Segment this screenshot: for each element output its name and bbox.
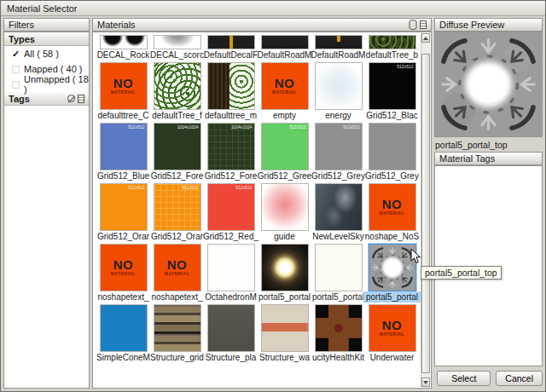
material-label: defaulttree_C (95, 110, 152, 121)
material-thumbnail (315, 35, 363, 49)
material-tile[interactable]: portal5_portal (365, 244, 419, 303)
cancel-button[interactable]: Cancel (496, 371, 543, 386)
filters-header-label: Filters (9, 20, 34, 30)
material-tags-label: Material Tags (439, 153, 495, 164)
material-thumbnail: 1024x1024 (207, 123, 255, 170)
material-tile[interactable]: 512x512 Grid512_Gree (258, 123, 311, 182)
material-tile[interactable]: DefaultRoadM (258, 35, 311, 61)
material-resolution-badge: 512x512 (128, 124, 144, 130)
material-thumbnail (261, 35, 309, 49)
material-thumbnail (207, 35, 255, 49)
material-tile[interactable]: energy (311, 62, 365, 121)
material-tile[interactable]: DefaultDecalF (204, 35, 258, 61)
material-thumbnail: NOMATERIAL (154, 244, 201, 291)
scroll-down-button[interactable] (421, 378, 430, 387)
filters-panel: Filters Types ✓ All ( 58 ) Mapped ( 40 )… (3, 18, 90, 389)
material-thumbnail (369, 244, 416, 291)
material-tile[interactable]: NOMATERIAL Underwater (365, 304, 419, 363)
no-tag-icon[interactable] (67, 95, 75, 102)
material-list-icon[interactable] (420, 20, 427, 29)
material-tile[interactable]: 512x512 Grid512_Grey (311, 123, 365, 182)
material-thumbnail: NOMATERIAL (369, 304, 416, 352)
material-tile[interactable]: 512x512 Grid512_Red_ (204, 183, 258, 242)
scroll-thumb[interactable] (421, 54, 430, 373)
materials-header-label: Materials (97, 20, 136, 30)
material-tile[interactable]: NOMATERIAL noshapetext_ (150, 244, 204, 303)
filter-type-item[interactable]: Unmapped ( 18 ) (4, 77, 89, 92)
material-tile[interactable]: SimpleConeM (96, 304, 150, 363)
material-tile[interactable]: 512x512 Grid512_Blac (365, 62, 419, 121)
material-tile[interactable]: DECAL_scorc (150, 35, 204, 61)
material-tile[interactable]: Grid512_Grey (365, 123, 419, 182)
material-label: SimpleConeM (95, 352, 152, 363)
material-tile[interactable]: portal5_portal (258, 244, 311, 303)
filters-body: Types ✓ All ( 58 ) Mapped ( 40 ) Unmappe… (3, 32, 90, 389)
tag-list-icon[interactable] (78, 95, 84, 103)
material-thumbnail (154, 304, 201, 352)
material-tile[interactable]: DefaultRoadM (311, 35, 365, 61)
material-resolution-badge: 512x512 (182, 185, 198, 190)
scroll-up-button[interactable] (421, 33, 430, 43)
material-label: DefaultRoadM (256, 49, 313, 61)
material-tile[interactable]: NOMATERIAL noshape_NoS (365, 183, 419, 242)
portal-art (369, 245, 415, 291)
material-db-icon[interactable] (409, 20, 417, 30)
filter-type-item[interactable]: ✓ All ( 58 ) (4, 46, 89, 61)
select-button[interactable]: Select (437, 371, 491, 386)
material-tile[interactable]: NOMATERIAL noshapetext_ (96, 244, 150, 303)
material-thumbnail: NOMATERIAL (369, 183, 416, 231)
material-tile[interactable]: 512x512 Grid512_Orar (150, 183, 204, 242)
material-thumbnail (261, 183, 309, 231)
material-thumbnail: 512x512 (207, 183, 255, 231)
materials-body: DECAL_Rock DECAL_scorc DefaultDecalF Def… (92, 32, 432, 389)
material-label: Grid512_Orar (148, 231, 206, 242)
material-tags-header: Material Tags (434, 152, 543, 165)
material-label: DECAL_Rock (95, 49, 152, 61)
types-header-label: Types (9, 34, 35, 44)
material-label: portal5_portal (310, 291, 367, 303)
material-label: NewLevelSky (310, 231, 367, 242)
material-label: portal5_portal (256, 291, 313, 303)
material-resolution-badge: 512x512 (289, 124, 305, 130)
materials-header: Materials (92, 18, 432, 32)
dialog-buttons: Select Cancel (434, 370, 543, 387)
titlebar[interactable]: Material Selector (1, 1, 545, 16)
selected-material-name: portal5_portal_top (435, 139, 543, 151)
material-tile[interactable]: 512x512 Grid512_Orar (96, 183, 150, 242)
material-tile[interactable]: Structure_grid (150, 304, 204, 363)
material-thumbnail (154, 62, 201, 110)
material-tile[interactable]: 1024x1024 Grid512_Fore (204, 123, 258, 182)
material-tile[interactable]: DECAL_Rock (96, 35, 150, 61)
filter-type-label: Unmapped ( 18 ) (24, 74, 89, 95)
material-thumbnail: 512x512 (369, 62, 416, 110)
material-thumbnail (154, 35, 201, 49)
material-tile[interactable]: 1024x1024 Grid512_Fore (150, 123, 204, 182)
material-label: Structure_pla (202, 352, 259, 363)
material-label: noshapetext_ (95, 291, 152, 303)
material-tile[interactable]: NewLevelSky (311, 183, 365, 242)
material-label: Underwater (363, 352, 421, 363)
diffuse-preview-image (434, 32, 543, 137)
material-thumbnail (261, 304, 309, 352)
filters-header: Filters (3, 18, 90, 32)
window-title: Material Selector (7, 3, 78, 14)
material-tile[interactable]: defaultTree_f (150, 62, 204, 121)
diffuse-preview-label: Diffuse Preview (439, 20, 504, 30)
filter-type-label: Mapped ( 40 ) (24, 64, 82, 74)
material-tile[interactable]: 512x512 Grid512_Blue (96, 123, 150, 182)
material-tile[interactable]: portal5_portal (311, 244, 365, 303)
material-tile[interactable]: NOMATERIAL defaulttree_C (96, 62, 150, 121)
material-tile[interactable]: Structure_wa (258, 304, 311, 363)
material-tile[interactable]: OctahedronM (204, 244, 258, 303)
material-tile[interactable]: Structure_pla (204, 304, 258, 363)
diffuse-preview-header: Diffuse Preview (434, 18, 543, 32)
material-tile[interactable]: defaulttree_m (204, 62, 258, 121)
material-thumbnail (100, 35, 148, 49)
material-tile[interactable]: NOMATERIAL empty (258, 62, 311, 121)
material-tile[interactable]: defaultTree_b (365, 35, 419, 61)
tags-empty-area (4, 106, 89, 361)
material-tile[interactable]: ucityHealthKit (311, 304, 365, 363)
material-label: noshape_NoS (363, 231, 421, 242)
materials-scrollbar[interactable] (421, 33, 430, 387)
material-tile[interactable]: guide (258, 183, 311, 242)
